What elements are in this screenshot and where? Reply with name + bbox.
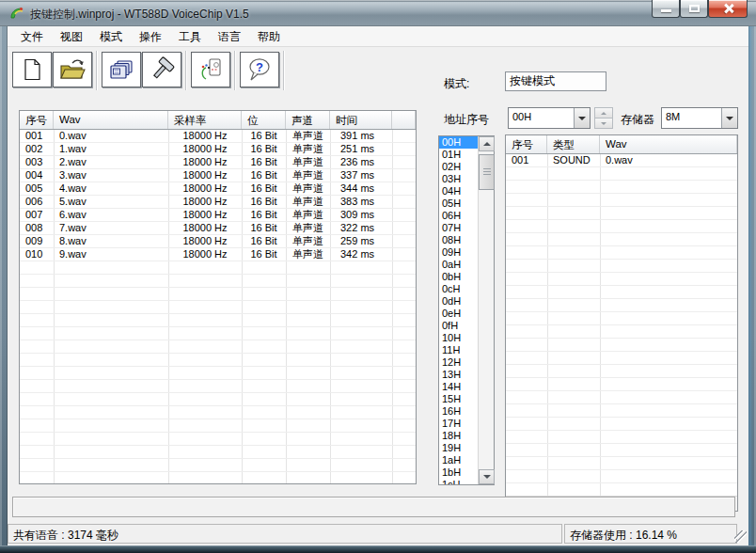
table-row[interactable]: 008 7.wav 18000 Hz 16 Bit 单声道 322 ms bbox=[20, 222, 416, 235]
minimize-icon bbox=[661, 9, 671, 12]
memory-combo-dropdown-button[interactable] bbox=[721, 108, 737, 128]
address-rows: 001 SOUND 0.wav bbox=[506, 154, 737, 167]
table-row[interactable]: 010 9.wav 18000 Hz 16 Bit 单声道 342 ms bbox=[20, 248, 416, 261]
address-label: 地址序号 bbox=[444, 112, 489, 128]
download-chip-icon bbox=[197, 56, 224, 83]
open-file-button[interactable] bbox=[53, 52, 92, 87]
list-item[interactable]: 0fH bbox=[439, 320, 478, 332]
address-vertical-scrollbar[interactable] bbox=[478, 136, 494, 484]
memory-label: 存储器 bbox=[621, 112, 654, 128]
list-item[interactable]: 12H bbox=[439, 356, 478, 369]
menu-tools[interactable]: 工具 bbox=[170, 26, 210, 47]
list-item[interactable]: 0cH bbox=[439, 283, 478, 295]
download-to-chip-button[interactable] bbox=[191, 52, 230, 87]
address-combo-dropdown-button[interactable] bbox=[574, 108, 590, 128]
list-item[interactable]: 18H bbox=[439, 430, 478, 442]
address-table-header: 序号 类型 Wav bbox=[506, 135, 737, 154]
list-item[interactable]: 10H bbox=[439, 332, 478, 344]
list-item[interactable]: 00H bbox=[439, 136, 478, 149]
list-item[interactable]: 16H bbox=[439, 405, 478, 418]
close-icon bbox=[723, 3, 734, 14]
list-item[interactable]: 05H bbox=[439, 198, 478, 210]
column-header-index[interactable]: 序号 bbox=[506, 135, 547, 153]
column-header-channel[interactable]: 声道 bbox=[286, 111, 330, 129]
wav-table-body: 001 0.wav 18000 Hz 16 Bit 单声道 391 ms 002… bbox=[20, 130, 416, 483]
column-header-samplerate[interactable]: 采样率 bbox=[168, 111, 242, 129]
column-header-wav[interactable]: Wav bbox=[600, 135, 737, 153]
list-item[interactable]: 01H bbox=[439, 149, 478, 161]
list-item[interactable]: 15H bbox=[439, 393, 478, 405]
scroll-down-icon bbox=[483, 475, 491, 479]
table-row[interactable]: 001 SOUND 0.wav bbox=[506, 154, 737, 167]
table-row[interactable]: 006 5.wav 18000 Hz 16 Bit 单声道 383 ms bbox=[20, 196, 416, 209]
table-row[interactable]: 003 2.wav 18000 Hz 16 Bit 单声道 236 ms bbox=[20, 156, 416, 169]
list-item[interactable]: 1bH bbox=[439, 466, 478, 479]
build-button[interactable] bbox=[142, 52, 181, 87]
list-item[interactable]: 04H bbox=[439, 185, 478, 198]
list-item[interactable]: 0bH bbox=[439, 271, 478, 283]
menu-view[interactable]: 视图 bbox=[52, 26, 91, 47]
column-header-type[interactable]: 类型 bbox=[547, 135, 600, 153]
list-item[interactable]: 08H bbox=[439, 234, 478, 246]
address-combo[interactable]: 00H bbox=[508, 107, 591, 129]
message-box bbox=[12, 497, 735, 517]
list-item[interactable]: 03H bbox=[439, 173, 478, 185]
address-spinner bbox=[594, 107, 613, 129]
list-item[interactable]: 07H bbox=[439, 222, 478, 234]
table-row[interactable]: 001 0.wav 18000 Hz 16 Bit 单声道 391 ms bbox=[20, 130, 416, 143]
list-item[interactable]: 0dH bbox=[439, 295, 478, 308]
table-row[interactable]: 002 1.wav 18000 Hz 16 Bit 单声道 251 ms bbox=[20, 143, 416, 156]
menu-operate[interactable]: 操作 bbox=[131, 26, 170, 47]
column-header-empty bbox=[392, 111, 416, 129]
minimize-button[interactable] bbox=[652, 0, 680, 18]
new-file-button[interactable] bbox=[12, 52, 52, 87]
scroll-down-button[interactable] bbox=[479, 469, 495, 484]
help-button[interactable]: ? bbox=[240, 52, 279, 87]
build-hammer-icon bbox=[149, 56, 175, 83]
client-area: 文件 视图 模式 操作 工具 语言 帮助 bbox=[8, 26, 748, 545]
list-item[interactable]: 09H bbox=[439, 246, 478, 259]
table-row[interactable]: 009 8.wav 18000 Hz 16 Bit 单声道 259 ms bbox=[20, 235, 416, 248]
toolbar-separator bbox=[185, 51, 186, 90]
list-item[interactable]: 14H bbox=[439, 381, 478, 393]
list-item[interactable]: 0aH bbox=[439, 259, 478, 271]
memory-combo[interactable]: 8M bbox=[661, 107, 738, 129]
mode-field[interactable]: 按键模式 bbox=[505, 71, 606, 91]
list-item[interactable]: 11H bbox=[439, 344, 478, 356]
table-row[interactable]: 004 3.wav 18000 Hz 16 Bit 单声道 337 ms bbox=[20, 169, 416, 182]
menu-help[interactable]: 帮助 bbox=[249, 26, 289, 47]
menu-mode[interactable]: 模式 bbox=[91, 26, 131, 47]
list-item[interactable]: 06H bbox=[439, 210, 478, 222]
column-header-time[interactable]: 时间 bbox=[330, 111, 392, 129]
svg-text:?: ? bbox=[256, 60, 263, 74]
maximize-button[interactable] bbox=[680, 0, 708, 18]
column-header-bits[interactable]: 位 bbox=[242, 111, 286, 129]
spinner-down-button[interactable] bbox=[594, 118, 613, 129]
help-icon: ? bbox=[246, 56, 273, 83]
app-icon bbox=[9, 6, 24, 21]
status-total-voice: 共有语音 : 3174 毫秒 bbox=[8, 524, 562, 544]
empty-rows-area bbox=[20, 261, 416, 483]
toolbar-separator bbox=[283, 51, 284, 90]
menu-language[interactable]: 语言 bbox=[210, 26, 249, 47]
list-item[interactable]: 0eH bbox=[439, 308, 478, 320]
list-item[interactable]: 17H bbox=[439, 418, 478, 430]
list-item[interactable]: 19H bbox=[439, 442, 478, 454]
column-header-index[interactable]: 序号 bbox=[20, 111, 54, 129]
scrollbar-thumb[interactable] bbox=[479, 154, 495, 190]
spinner-up-button[interactable] bbox=[594, 107, 613, 118]
compile-button[interactable] bbox=[102, 52, 141, 87]
menu-file[interactable]: 文件 bbox=[12, 26, 52, 47]
table-row[interactable]: 005 4.wav 18000 Hz 16 Bit 单声道 344 ms bbox=[20, 182, 416, 196]
list-item[interactable]: 13H bbox=[439, 369, 478, 381]
list-item[interactable]: 1aH bbox=[439, 454, 478, 466]
resize-grip[interactable] bbox=[734, 530, 747, 543]
list-item[interactable]: 1cH bbox=[439, 479, 478, 484]
column-header-wav[interactable]: Wav bbox=[54, 111, 168, 129]
table-row[interactable]: 007 6.wav 18000 Hz 16 Bit 单声道 309 ms bbox=[20, 209, 416, 222]
scroll-up-button[interactable] bbox=[479, 136, 495, 151]
close-button[interactable] bbox=[708, 0, 748, 18]
scroll-up-icon bbox=[483, 142, 491, 146]
new-file-icon bbox=[20, 57, 44, 82]
list-item[interactable]: 02H bbox=[439, 161, 478, 173]
